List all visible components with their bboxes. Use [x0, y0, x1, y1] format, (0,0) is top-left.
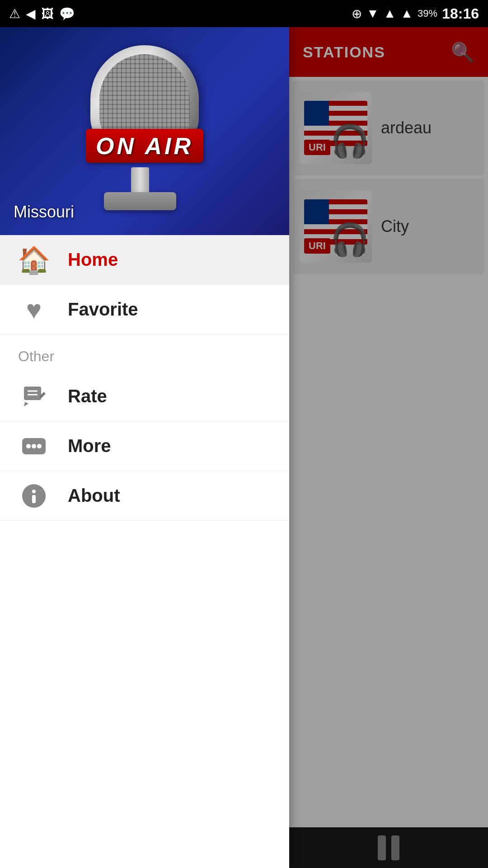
- menu-item-home[interactable]: 🏠 Home: [0, 235, 289, 285]
- navigation-drawer: ON AIR Missouri 🏠 Home ♥: [0, 27, 289, 868]
- station-logo-2: 🎧 URI: [300, 190, 372, 263]
- more-label: More: [68, 436, 111, 456]
- svg-marker-1: [24, 402, 28, 406]
- svg-point-5: [26, 444, 31, 448]
- status-time: 18:16: [442, 5, 479, 22]
- svg-rect-10: [32, 495, 36, 503]
- main-layout: ON AIR Missouri 🏠 Home ♥: [0, 27, 488, 868]
- heart-icon: ♥: [26, 294, 42, 325]
- drawer-menu: 🏠 Home ♥ Favorite Other: [0, 235, 289, 868]
- search-icon[interactable]: 🔍: [451, 41, 474, 63]
- menu-item-rate[interactable]: Rate: [0, 372, 289, 421]
- status-bar-right: ⊕ ▼ ▲ ▲ 39% 18:16: [352, 5, 479, 22]
- station-name-2: City: [372, 217, 478, 236]
- home-label: Home: [68, 250, 118, 270]
- rate-icon: [20, 383, 47, 410]
- station-label-2: URI: [304, 238, 330, 254]
- headphone-icon-1: 🎧: [330, 123, 370, 160]
- headphone-icon-2: 🎧: [330, 221, 370, 258]
- station-logo-1: 🎧 URI: [300, 92, 372, 164]
- status-bar-left: ⚠ ◀ 🖼 💬: [9, 6, 75, 21]
- mic-base: [104, 192, 176, 210]
- station-list: 🎧 URI ardeau 🎧 URI City: [289, 77, 488, 868]
- menu-item-more[interactable]: More: [0, 421, 289, 471]
- favorite-label: Favorite: [68, 299, 138, 320]
- svg-rect-0: [24, 387, 41, 400]
- svg-point-6: [32, 444, 36, 448]
- mic-neck: [131, 167, 149, 194]
- about-icon-container: [18, 480, 50, 512]
- flag-blue-2: [304, 199, 329, 224]
- add-icon: ⊕: [352, 6, 362, 21]
- about-icon: [20, 482, 47, 509]
- drawer-header: ON AIR Missouri: [0, 27, 289, 235]
- wifi-icon: ▼: [366, 6, 379, 21]
- flag-blue-1: [304, 101, 329, 126]
- mic-body: ON AIR: [81, 45, 208, 217]
- right-header: STATIONS 🔍: [289, 27, 488, 77]
- other-section-header: Other: [0, 335, 289, 372]
- battery-level: 39%: [418, 8, 437, 19]
- home-icon: 🏠: [18, 245, 50, 275]
- station-item-2[interactable]: 🎧 URI City: [293, 179, 484, 274]
- on-air-band: ON AIR: [86, 129, 203, 163]
- pause-bar-right: [391, 835, 399, 860]
- signal1-icon: ▲: [384, 6, 396, 21]
- home-icon-container: 🏠: [18, 244, 50, 276]
- status-bar: ⚠ ◀ 🖼 💬 ⊕ ▼ ▲ ▲ 39% 18:16: [0, 0, 488, 27]
- station-item-1[interactable]: 🎧 URI ardeau: [293, 80, 484, 175]
- menu-item-favorite[interactable]: ♥ Favorite: [0, 285, 289, 335]
- notification-icon: ⚠: [9, 6, 20, 21]
- rate-icon-container: [18, 381, 50, 412]
- message-icon: 💬: [59, 6, 75, 21]
- menu-item-about[interactable]: About: [0, 471, 289, 521]
- image-icon: 🖼: [41, 6, 54, 21]
- pause-bar-left: [378, 835, 386, 860]
- pause-button[interactable]: [378, 835, 399, 860]
- station-label-1: URI: [304, 140, 330, 155]
- heart-icon-container: ♥: [18, 294, 50, 326]
- back-icon: ◀: [26, 6, 36, 21]
- station-name-1: ardeau: [372, 118, 478, 137]
- more-icon: [20, 433, 47, 460]
- on-air-text: ON AIR: [96, 132, 193, 160]
- right-panel: STATIONS 🔍 🎧 URI ardeau: [289, 27, 488, 868]
- player-bar: [289, 827, 488, 868]
- more-icon-container: [18, 430, 50, 462]
- svg-point-7: [37, 444, 42, 448]
- signal2-icon: ▲: [400, 6, 413, 21]
- about-label: About: [68, 486, 120, 506]
- rate-label: Rate: [68, 386, 107, 406]
- location-label: Missouri: [14, 203, 74, 222]
- svg-point-9: [32, 490, 36, 493]
- stations-title: STATIONS: [303, 43, 385, 61]
